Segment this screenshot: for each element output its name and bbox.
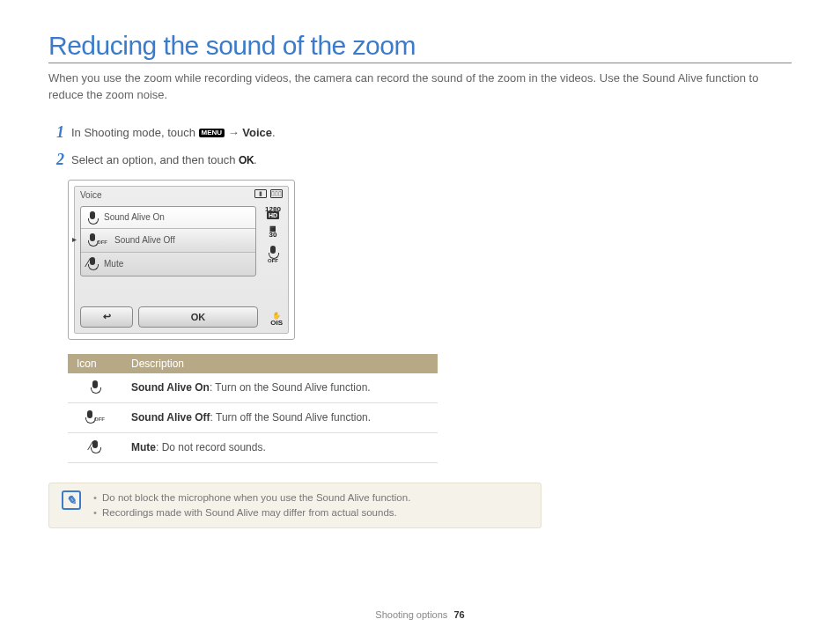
table-row: ∕ Mute: Do not record sounds.	[68, 432, 438, 462]
note-item: Do not block the microphone when you use…	[93, 490, 410, 505]
back-arrow-icon: ↩	[103, 311, 111, 322]
microphone-off-icon: OFF	[85, 413, 105, 425]
voice-options-panel: Sound Alive On OFF Sound Alive Off ∕ Mut…	[80, 206, 256, 276]
step-1: 1 In Shooting mode, touch MENU → Voice.	[52, 123, 792, 142]
intro-text: When you use the zoom while recording vi…	[48, 70, 792, 104]
col-icon: Icon	[68, 354, 122, 373]
microphone-mute-icon: ∕	[91, 440, 99, 455]
lcd-side-indicators: 1280HD ▦30 OFF	[263, 206, 283, 265]
col-description: Description	[122, 354, 438, 373]
fps-icon: ▦30	[269, 225, 277, 238]
microphone-off-icon: OFF	[88, 233, 107, 247]
table-row: Sound Alive On: Turn on the Sound Alive …	[68, 373, 438, 403]
lcd-menu-title: Voice	[80, 190, 101, 200]
step-number: 1	[52, 123, 64, 142]
note-box: ✎ Do not block the microphone when you u…	[48, 483, 542, 529]
back-button[interactable]: ↩	[80, 306, 133, 328]
camera-lcd-mockup: Voice ▮ ▯▯▯ 1280HD ▦30 OFF Sound Alive O…	[68, 180, 295, 340]
note-list: Do not block the microphone when you use…	[93, 490, 410, 521]
icon-description-table: Icon Description Sound Alive On: Turn on…	[68, 354, 438, 463]
step-2-text: Select an option, and then touch OK.	[71, 153, 257, 166]
page-footer: Shooting options 76	[0, 609, 840, 620]
ok-icon: OK	[239, 154, 254, 166]
steps-list: 1 In Shooting mode, touch MENU → Voice. …	[52, 123, 792, 169]
step-1-text: In Shooting mode, touch MENU → Voice.	[71, 126, 276, 139]
battery-icon: ▯▯▯	[270, 189, 283, 198]
ois-icon: ✋OIS	[270, 313, 283, 325]
note-icon: ✎	[62, 490, 81, 510]
lcd-button-bar: ↩ OK	[80, 306, 258, 328]
menu-icon: MENU	[199, 129, 225, 137]
ok-button[interactable]: OK	[138, 306, 258, 328]
lcd-status-icons: ▮ ▯▯▯	[254, 189, 283, 198]
microphone-mute-icon: ∕	[88, 257, 97, 271]
step-number: 2	[52, 151, 64, 169]
lcd-screen: Voice ▮ ▯▯▯ 1280HD ▦30 OFF Sound Alive O…	[74, 186, 289, 334]
microphone-icon	[88, 211, 97, 224]
option-sound-alive-off[interactable]: OFF Sound Alive Off	[81, 229, 255, 253]
table-row: OFF Sound Alive Off: Turn off the Sound …	[68, 402, 438, 432]
microphone-icon	[91, 380, 99, 393]
note-item: Recordings made with Sound Alive may dif…	[93, 505, 410, 520]
option-sound-alive-on[interactable]: Sound Alive On	[81, 207, 255, 229]
memory-card-icon: ▮	[254, 189, 267, 198]
mic-off-side-icon: OFF	[268, 246, 278, 266]
step-2: 2 Select an option, and then touch OK.	[52, 151, 792, 169]
page-title: Reducing the sound of the zoom	[48, 31, 792, 63]
option-mute[interactable]: ∕ Mute	[81, 253, 255, 276]
resolution-badge: 1280HD	[265, 206, 281, 218]
